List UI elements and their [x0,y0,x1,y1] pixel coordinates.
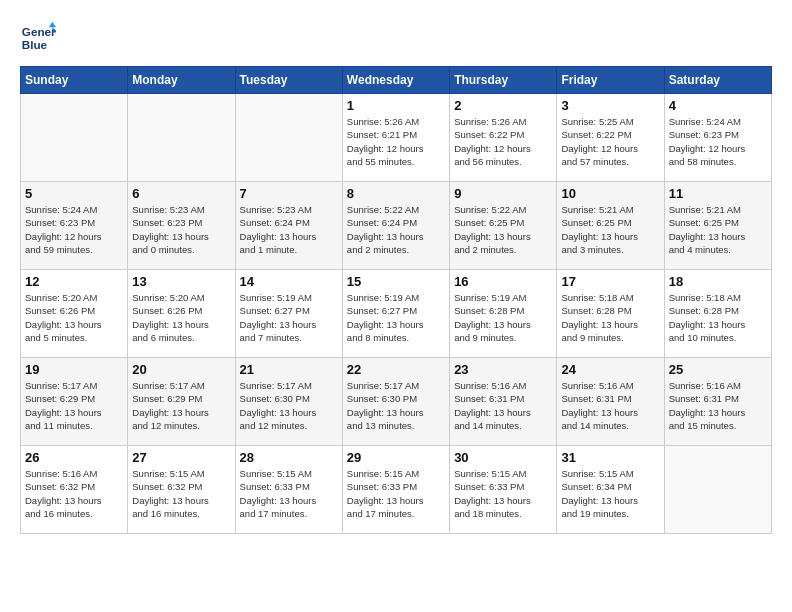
day-number: 3 [561,98,659,113]
calendar-cell: 7Sunrise: 5:23 AM Sunset: 6:24 PM Daylig… [235,182,342,270]
calendar-cell: 8Sunrise: 5:22 AM Sunset: 6:24 PM Daylig… [342,182,449,270]
day-detail: Sunrise: 5:19 AM Sunset: 6:28 PM Dayligh… [454,291,552,344]
day-number: 17 [561,274,659,289]
day-number: 24 [561,362,659,377]
calendar-cell: 24Sunrise: 5:16 AM Sunset: 6:31 PM Dayli… [557,358,664,446]
day-number: 14 [240,274,338,289]
calendar-cell: 6Sunrise: 5:23 AM Sunset: 6:23 PM Daylig… [128,182,235,270]
logo: General Blue [20,20,60,56]
svg-text:Blue: Blue [22,38,48,51]
calendar-cell: 10Sunrise: 5:21 AM Sunset: 6:25 PM Dayli… [557,182,664,270]
day-detail: Sunrise: 5:16 AM Sunset: 6:32 PM Dayligh… [25,467,123,520]
calendar-cell: 9Sunrise: 5:22 AM Sunset: 6:25 PM Daylig… [450,182,557,270]
day-detail: Sunrise: 5:15 AM Sunset: 6:33 PM Dayligh… [240,467,338,520]
calendar-cell: 14Sunrise: 5:19 AM Sunset: 6:27 PM Dayli… [235,270,342,358]
day-number: 12 [25,274,123,289]
day-number: 23 [454,362,552,377]
day-number: 9 [454,186,552,201]
day-detail: Sunrise: 5:15 AM Sunset: 6:34 PM Dayligh… [561,467,659,520]
day-detail: Sunrise: 5:26 AM Sunset: 6:22 PM Dayligh… [454,115,552,168]
day-number: 20 [132,362,230,377]
day-detail: Sunrise: 5:16 AM Sunset: 6:31 PM Dayligh… [561,379,659,432]
day-detail: Sunrise: 5:24 AM Sunset: 6:23 PM Dayligh… [25,203,123,256]
day-number: 29 [347,450,445,465]
day-number: 6 [132,186,230,201]
calendar-cell [21,94,128,182]
day-detail: Sunrise: 5:18 AM Sunset: 6:28 PM Dayligh… [669,291,767,344]
day-detail: Sunrise: 5:17 AM Sunset: 6:30 PM Dayligh… [240,379,338,432]
day-number: 8 [347,186,445,201]
logo-icon: General Blue [20,20,56,56]
day-detail: Sunrise: 5:23 AM Sunset: 6:23 PM Dayligh… [132,203,230,256]
day-number: 10 [561,186,659,201]
calendar-cell: 30Sunrise: 5:15 AM Sunset: 6:33 PM Dayli… [450,446,557,534]
calendar-table: SundayMondayTuesdayWednesdayThursdayFrid… [20,66,772,534]
calendar-week-5: 26Sunrise: 5:16 AM Sunset: 6:32 PM Dayli… [21,446,772,534]
calendar-cell: 3Sunrise: 5:25 AM Sunset: 6:22 PM Daylig… [557,94,664,182]
day-detail: Sunrise: 5:23 AM Sunset: 6:24 PM Dayligh… [240,203,338,256]
day-number: 4 [669,98,767,113]
weekday-header-thursday: Thursday [450,67,557,94]
day-number: 2 [454,98,552,113]
day-number: 7 [240,186,338,201]
day-detail: Sunrise: 5:21 AM Sunset: 6:25 PM Dayligh… [561,203,659,256]
calendar-cell: 18Sunrise: 5:18 AM Sunset: 6:28 PM Dayli… [664,270,771,358]
day-number: 25 [669,362,767,377]
day-number: 28 [240,450,338,465]
calendar-cell: 26Sunrise: 5:16 AM Sunset: 6:32 PM Dayli… [21,446,128,534]
calendar-cell: 21Sunrise: 5:17 AM Sunset: 6:30 PM Dayli… [235,358,342,446]
page-header: General Blue [20,20,772,56]
calendar-cell: 12Sunrise: 5:20 AM Sunset: 6:26 PM Dayli… [21,270,128,358]
calendar-cell [128,94,235,182]
calendar-cell: 1Sunrise: 5:26 AM Sunset: 6:21 PM Daylig… [342,94,449,182]
calendar-week-1: 1Sunrise: 5:26 AM Sunset: 6:21 PM Daylig… [21,94,772,182]
calendar-week-3: 12Sunrise: 5:20 AM Sunset: 6:26 PM Dayli… [21,270,772,358]
day-detail: Sunrise: 5:16 AM Sunset: 6:31 PM Dayligh… [669,379,767,432]
weekday-header-saturday: Saturday [664,67,771,94]
day-number: 19 [25,362,123,377]
day-detail: Sunrise: 5:15 AM Sunset: 6:33 PM Dayligh… [347,467,445,520]
day-detail: Sunrise: 5:20 AM Sunset: 6:26 PM Dayligh… [25,291,123,344]
day-detail: Sunrise: 5:15 AM Sunset: 6:32 PM Dayligh… [132,467,230,520]
day-number: 22 [347,362,445,377]
calendar-cell: 27Sunrise: 5:15 AM Sunset: 6:32 PM Dayli… [128,446,235,534]
weekday-header-monday: Monday [128,67,235,94]
day-detail: Sunrise: 5:21 AM Sunset: 6:25 PM Dayligh… [669,203,767,256]
calendar-cell [235,94,342,182]
day-detail: Sunrise: 5:19 AM Sunset: 6:27 PM Dayligh… [347,291,445,344]
day-number: 27 [132,450,230,465]
day-detail: Sunrise: 5:17 AM Sunset: 6:29 PM Dayligh… [132,379,230,432]
day-detail: Sunrise: 5:15 AM Sunset: 6:33 PM Dayligh… [454,467,552,520]
day-detail: Sunrise: 5:20 AM Sunset: 6:26 PM Dayligh… [132,291,230,344]
day-detail: Sunrise: 5:24 AM Sunset: 6:23 PM Dayligh… [669,115,767,168]
day-number: 16 [454,274,552,289]
weekday-header-friday: Friday [557,67,664,94]
calendar-cell: 4Sunrise: 5:24 AM Sunset: 6:23 PM Daylig… [664,94,771,182]
calendar-cell: 16Sunrise: 5:19 AM Sunset: 6:28 PM Dayli… [450,270,557,358]
day-detail: Sunrise: 5:26 AM Sunset: 6:21 PM Dayligh… [347,115,445,168]
weekday-header-wednesday: Wednesday [342,67,449,94]
day-number: 26 [25,450,123,465]
day-number: 13 [132,274,230,289]
day-detail: Sunrise: 5:22 AM Sunset: 6:24 PM Dayligh… [347,203,445,256]
calendar-cell: 11Sunrise: 5:21 AM Sunset: 6:25 PM Dayli… [664,182,771,270]
day-detail: Sunrise: 5:19 AM Sunset: 6:27 PM Dayligh… [240,291,338,344]
day-number: 15 [347,274,445,289]
day-detail: Sunrise: 5:18 AM Sunset: 6:28 PM Dayligh… [561,291,659,344]
calendar-cell: 15Sunrise: 5:19 AM Sunset: 6:27 PM Dayli… [342,270,449,358]
calendar-cell: 5Sunrise: 5:24 AM Sunset: 6:23 PM Daylig… [21,182,128,270]
weekday-header-sunday: Sunday [21,67,128,94]
calendar-cell: 25Sunrise: 5:16 AM Sunset: 6:31 PM Dayli… [664,358,771,446]
calendar-cell: 20Sunrise: 5:17 AM Sunset: 6:29 PM Dayli… [128,358,235,446]
day-number: 31 [561,450,659,465]
calendar-cell: 23Sunrise: 5:16 AM Sunset: 6:31 PM Dayli… [450,358,557,446]
day-detail: Sunrise: 5:17 AM Sunset: 6:30 PM Dayligh… [347,379,445,432]
calendar-cell: 28Sunrise: 5:15 AM Sunset: 6:33 PM Dayli… [235,446,342,534]
calendar-week-4: 19Sunrise: 5:17 AM Sunset: 6:29 PM Dayli… [21,358,772,446]
day-number: 1 [347,98,445,113]
calendar-cell: 13Sunrise: 5:20 AM Sunset: 6:26 PM Dayli… [128,270,235,358]
day-detail: Sunrise: 5:17 AM Sunset: 6:29 PM Dayligh… [25,379,123,432]
day-detail: Sunrise: 5:16 AM Sunset: 6:31 PM Dayligh… [454,379,552,432]
calendar-cell: 19Sunrise: 5:17 AM Sunset: 6:29 PM Dayli… [21,358,128,446]
day-number: 30 [454,450,552,465]
